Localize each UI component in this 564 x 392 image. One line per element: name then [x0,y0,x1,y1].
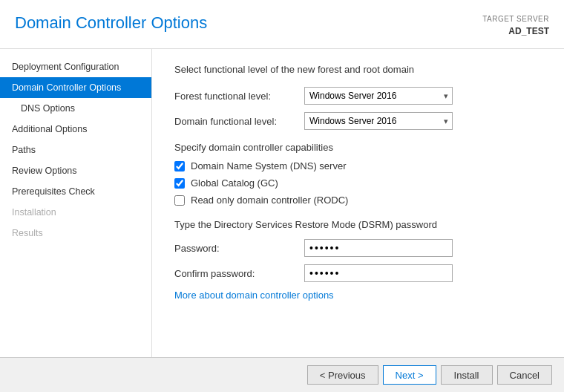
content-area: Select functional level of the new fores… [152,49,564,357]
functional-level-description: Select functional level of the new fores… [174,64,542,75]
header: Domain Controller Options TARGET SERVER … [0,0,564,49]
footer: < Previous Next > Install Cancel [0,357,564,392]
forest-level-select[interactable]: Windows Server 2016 Windows Server 2012 … [304,87,453,105]
sidebar-item-dns-options[interactable]: DNS Options [0,98,151,119]
next-button[interactable]: Next > [383,365,436,385]
install-button[interactable]: Install [441,365,493,385]
rodc-checkbox-row: Read only domain controller (RODC) [174,195,542,206]
gc-checkbox[interactable] [174,178,185,189]
more-about-link[interactable]: More about domain controller options [174,290,334,301]
sidebar-item-prerequisites-check[interactable]: Prerequisites Check [0,181,151,202]
cancel-button[interactable]: Cancel [497,365,552,385]
sidebar: Deployment ConfigurationDomain Controlle… [0,49,152,357]
confirm-password-input[interactable] [304,264,453,282]
forest-level-label: Forest functional level: [174,91,304,102]
forest-level-row: Forest functional level: Windows Server … [174,87,542,105]
domain-level-row: Domain functional level: Windows Server … [174,112,542,130]
gc-label[interactable]: Global Catalog (GC) [191,177,278,189]
sidebar-item-deployment-configuration[interactable]: Deployment Configuration [0,56,151,77]
dns-label[interactable]: Domain Name System (DNS) server [191,160,347,172]
capabilities-label: Specify domain controller capabilities [174,142,542,153]
sidebar-item-installation: Installation [0,202,151,223]
password-label: Password: [174,243,304,254]
sidebar-item-additional-options[interactable]: Additional Options [0,119,151,140]
previous-button[interactable]: < Previous [307,365,378,385]
forest-level-select-wrapper[interactable]: Windows Server 2016 Windows Server 2012 … [304,87,453,105]
confirm-password-row: Confirm password: [174,264,542,282]
password-input[interactable] [304,239,453,257]
gc-checkbox-row: Global Catalog (GC) [174,177,542,189]
dsrm-label: Type the Directory Services Restore Mode… [174,219,542,230]
target-server-name: AD_TEST [482,24,549,38]
target-server-label: TARGET SERVER [482,13,549,24]
dns-checkbox-row: Domain Name System (DNS) server [174,160,542,172]
sidebar-item-review-options[interactable]: Review Options [0,160,151,181]
page-title: Domain Controller Options [15,13,207,33]
sidebar-item-paths[interactable]: Paths [0,140,151,160]
password-row: Password: [174,239,542,257]
sidebar-item-domain-controller-options[interactable]: Domain Controller Options [0,77,151,98]
main-content: Deployment ConfigurationDomain Controlle… [0,49,564,357]
rodc-label[interactable]: Read only domain controller (RODC) [191,195,348,206]
domain-level-select[interactable]: Windows Server 2016 Windows Server 2012 … [304,112,453,130]
confirm-password-label: Confirm password: [174,268,304,279]
rodc-checkbox[interactable] [174,195,185,206]
sidebar-item-results: Results [0,223,151,244]
dns-checkbox[interactable] [174,161,185,172]
domain-level-select-wrapper[interactable]: Windows Server 2016 Windows Server 2012 … [304,112,453,130]
domain-level-label: Domain functional level: [174,116,304,127]
target-server-info: TARGET SERVER AD_TEST [482,13,549,38]
